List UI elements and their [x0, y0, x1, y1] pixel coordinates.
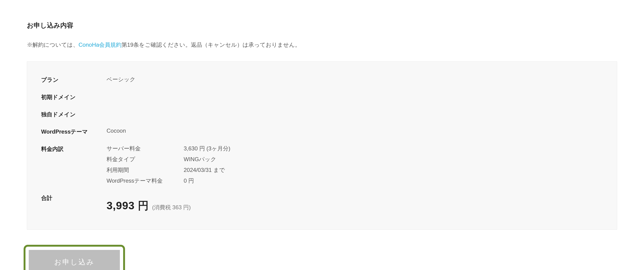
breakdown-name: 料金タイプ — [106, 156, 184, 163]
breakdown-value: 0 円 — [184, 177, 230, 184]
terms-link[interactable]: ConoHa会員規約 — [78, 42, 122, 48]
breakdown-name: WordPressテーマ料金 — [106, 177, 184, 184]
row-custom-domain: 独自ドメイン — [41, 110, 603, 118]
breakdown-name: 利用期間 — [106, 166, 184, 174]
apply-button-highlight: お申し込み — [24, 245, 125, 270]
total-label: 合計 — [41, 194, 106, 202]
row-wp-theme: WordPressテーマ Cocoon — [41, 128, 603, 136]
cancellation-notice: ※解約については、ConoHa会員規約第19条をご確認ください。返品（キャンセル… — [27, 41, 617, 48]
breakdown-name: サーバー料金 — [106, 145, 184, 152]
notice-suffix: 第19条をご確認ください。返品（キャンセル）は承っておりません。 — [122, 42, 300, 48]
row-plan: プラン ベーシック — [41, 76, 603, 84]
order-summary-box: プラン ベーシック 初期ドメイン 独自ドメイン WordPressテーマ Coc… — [27, 62, 617, 230]
wp-theme-label: WordPressテーマ — [41, 128, 106, 136]
row-breakdown: 料金内訳 サーバー料金 3,630 円 (3ヶ月分) 料金タイプ WINGパック… — [41, 145, 603, 184]
row-total: 合計 3,993 円 (消費税 363 円) — [41, 194, 603, 213]
plan-value: ベーシック — [106, 76, 136, 83]
custom-domain-label: 独自ドメイン — [41, 110, 106, 118]
breakdown-label: 料金内訳 — [41, 145, 106, 153]
breakdown-value: WINGパック — [184, 156, 230, 163]
wp-theme-value: Cocoon — [106, 128, 126, 134]
row-initial-domain: 初期ドメイン — [41, 93, 603, 101]
breakdown-value: 3,630 円 (3ヶ月分) — [184, 145, 230, 152]
notice-prefix: ※解約については、 — [27, 42, 78, 48]
breakdown-table: サーバー料金 3,630 円 (3ヶ月分) 料金タイプ WINGパック 利用期間… — [106, 145, 230, 184]
plan-label: プラン — [41, 76, 106, 84]
initial-domain-label: 初期ドメイン — [41, 93, 106, 101]
total-tax-note: (消費税 363 円) — [152, 204, 191, 211]
page-title: お申し込み内容 — [27, 21, 617, 30]
breakdown-value: 2024/03/31 まで — [184, 166, 230, 174]
apply-button[interactable]: お申し込み — [29, 250, 120, 270]
total-amount: 3,993 円 — [106, 198, 149, 213]
